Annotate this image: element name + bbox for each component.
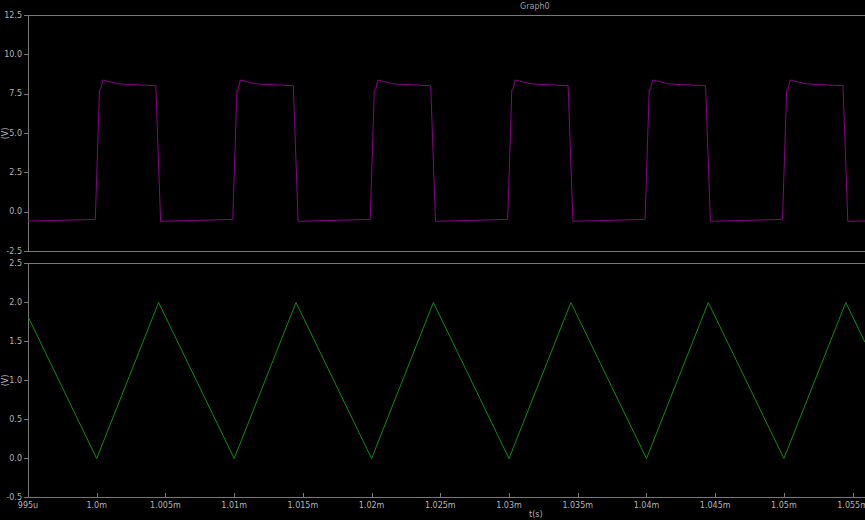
y-tick-mark — [24, 419, 28, 420]
y-tick-mark — [24, 263, 28, 264]
y-tick-label: 2.0 — [0, 298, 22, 308]
x-tick-label: 1.05m — [754, 501, 814, 510]
bottom-plot-canvas — [28, 263, 865, 498]
x-tick-label: 1.035m — [548, 501, 608, 510]
x-tick-label: 1.0m — [67, 501, 127, 510]
x-tick-label: 1.055m — [823, 501, 865, 510]
x-tick-label: 995u — [0, 501, 58, 510]
y-tick-label: 10.0 — [0, 50, 22, 60]
top-plot: (V) 12.510.07.55.02.50.0-2.5 — [0, 15, 865, 252]
y-tick-mark — [24, 380, 28, 381]
bottom-plot: (V) 2.52.01.51.00.50.0-0.5 — [0, 263, 865, 498]
y-tick-label: 5.0 — [0, 129, 22, 139]
x-tick-label: 1.045m — [685, 501, 745, 510]
y-tick-label: 2.5 — [0, 259, 22, 269]
y-tick-label: 2.5 — [0, 168, 22, 178]
x-tick-label: 1.02m — [342, 501, 402, 510]
chart-title: Graph0 — [520, 2, 550, 11]
y-tick-mark — [24, 54, 28, 55]
x-tick-label: 1.04m — [616, 501, 676, 510]
y-tick-label: 1.5 — [0, 337, 22, 347]
x-axis-strip: t(s) 995u1.0m1.005m1.01m1.015m1.02m1.025… — [0, 497, 865, 520]
x-tick-label: 1.015m — [273, 501, 333, 510]
y-tick-mark — [24, 341, 28, 342]
y-tick-label: 1.0 — [0, 376, 22, 386]
square-wave-trace — [28, 80, 865, 221]
x-axis-label: t(s) — [529, 510, 543, 519]
y-tick-label: 0.5 — [0, 415, 22, 425]
y-tick-label: 0.0 — [0, 207, 22, 217]
y-tick-mark — [24, 302, 28, 303]
y-tick-mark — [24, 94, 28, 95]
y-tick-label: -2.5 — [0, 247, 22, 257]
x-tick-label: 1.025m — [410, 501, 470, 510]
y-tick-mark — [24, 251, 28, 252]
y-tick-label: 12.5 — [0, 11, 22, 21]
plot-frame — [28, 263, 865, 498]
plot-frame — [28, 15, 865, 252]
y-tick-label: 7.5 — [0, 89, 22, 99]
y-tick-mark — [24, 458, 28, 459]
x-tick-label: 1.03m — [479, 501, 539, 510]
y-tick-mark — [24, 172, 28, 173]
y-tick-label: 0.0 — [0, 454, 22, 464]
x-tick-label: 1.01m — [204, 501, 264, 510]
top-plot-canvas — [28, 15, 865, 252]
y-tick-mark — [24, 212, 28, 213]
y-tick-mark — [24, 15, 28, 16]
y-tick-mark — [24, 133, 28, 134]
x-tick-label: 1.005m — [135, 501, 195, 510]
triangle-wave-trace — [28, 303, 865, 459]
